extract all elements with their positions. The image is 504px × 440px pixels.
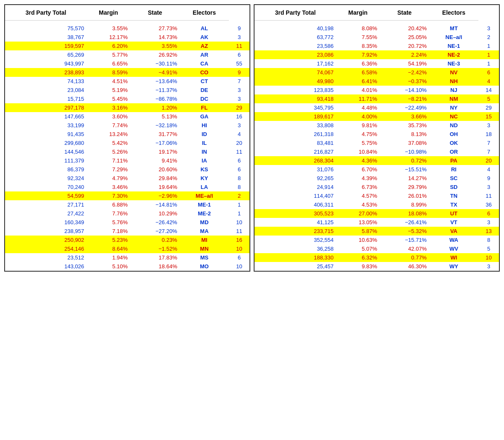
party-total-pct: 8.59% <box>87 68 130 77</box>
party-total-num: 345,795 <box>255 103 336 112</box>
party-total-pct: 7.11% <box>87 156 130 165</box>
electors: 10 <box>229 218 249 227</box>
table-row: 83,4815.75%37.08%OK7 <box>255 139 499 147</box>
party-total-num: 268,304 <box>255 156 336 165</box>
margin-pct: 25.05% <box>380 33 429 42</box>
party-total-pct: 6.73% <box>336 183 380 191</box>
margin-pct: 14.27% <box>380 174 429 183</box>
electors: 6 <box>478 209 499 218</box>
table-row: 143,0265.10%18.64%MO10 <box>5 262 249 271</box>
margin-pct: −15.71% <box>380 236 429 244</box>
state-abbr: ME–a/l <box>180 191 229 200</box>
state-abbr: AL <box>180 24 229 33</box>
margin-pct: 26.01% <box>380 191 429 200</box>
column-header-2: State <box>130 5 180 21</box>
table-row: 93,41811.71%−8.21%NM5 <box>255 94 499 103</box>
party-total-num: 23,512 <box>5 253 87 262</box>
state-abbr: MI <box>180 236 229 244</box>
state-abbr: UT <box>429 209 478 218</box>
page-container: 3rd Party TotalMarginStateElectors75,570… <box>4 4 500 272</box>
electors: 2 <box>229 191 249 200</box>
state-abbr: KY <box>180 174 229 183</box>
party-total-pct: 5.87% <box>336 227 380 236</box>
column-header-3: Electors <box>429 5 478 21</box>
party-total-num: 49,980 <box>255 77 336 86</box>
party-total-pct: 4.57% <box>336 191 380 200</box>
margin-pct: 8.13% <box>380 130 429 139</box>
party-total-num: 86,379 <box>5 165 87 174</box>
party-total-pct: 3.55% <box>87 24 130 33</box>
table-row: 159,5976.20%3.55%AZ11 <box>5 42 249 50</box>
margin-pct: 35.73% <box>380 121 429 130</box>
party-total-pct: 11.71% <box>336 94 380 103</box>
electors: 3 <box>478 262 499 271</box>
party-total-num: 40,198 <box>255 24 336 33</box>
state-abbr: NY <box>429 103 478 112</box>
party-total-pct: 13.24% <box>87 130 130 139</box>
table-row: 86,3797.29%20.60%KS6 <box>5 165 249 174</box>
party-total-pct: 9.83% <box>336 262 380 271</box>
table-row: 268,3044.36%0.72%PA20 <box>255 156 499 165</box>
party-total-pct: 4.48% <box>336 103 380 112</box>
margin-pct: −15.51% <box>380 165 429 174</box>
party-total-num: 92,324 <box>5 174 87 183</box>
party-total-pct: 7.18% <box>87 227 130 236</box>
table-row: 261,3184.75%8.13%OH18 <box>255 130 499 139</box>
party-total-pct: 7.55% <box>336 33 380 42</box>
electors: 1 <box>478 50 499 59</box>
party-total-num: 238,893 <box>5 68 87 77</box>
party-total-pct: 4.01% <box>336 86 380 94</box>
table-row: 91,43513.24%31.77%ID4 <box>5 130 249 139</box>
party-total-pct: 10.63% <box>336 236 380 244</box>
electors: 9 <box>229 24 249 33</box>
margin-pct: −11.37% <box>130 86 180 94</box>
margin-pct: 29.79% <box>380 183 429 191</box>
margin-pct: 14.73% <box>130 33 180 42</box>
right-table: 3rd Party TotalMarginStateElectors40,198… <box>254 4 500 272</box>
electors: 3 <box>229 33 249 42</box>
state-abbr: NH <box>429 77 478 86</box>
state-abbr: AZ <box>180 42 229 50</box>
margin-pct: −4.91% <box>130 68 180 77</box>
table-row: 24,9146.73%29.79%SD3 <box>255 183 499 191</box>
state-abbr: DE <box>180 86 229 94</box>
party-total-pct: 4.53% <box>336 200 380 209</box>
electors: 11 <box>229 227 249 236</box>
state-abbr: ID <box>180 130 229 139</box>
table-row: 160,3495.76%−26.42%MD10 <box>5 218 249 227</box>
party-total-pct: 6.20% <box>87 42 130 50</box>
table-row: 250,9025.23%0.23%MI16 <box>5 236 249 244</box>
margin-pct: −86.78% <box>130 94 180 103</box>
margin-pct: −13.64% <box>130 77 180 86</box>
column-header-0: 3rd Party Total <box>5 5 87 21</box>
electors: 3 <box>229 121 249 130</box>
electors: 7 <box>229 77 249 86</box>
column-header-2: State <box>380 5 429 21</box>
state-abbr: SC <box>429 174 478 183</box>
electors: 3 <box>229 94 249 103</box>
margin-pct: 19.64% <box>130 183 180 191</box>
electors: 1 <box>478 59 499 68</box>
margin-pct: −14.81% <box>130 200 180 209</box>
party-total-num: 74,133 <box>5 77 87 86</box>
party-total-pct: 5.77% <box>87 50 130 59</box>
table-row: 23,5868.35%20.72%NE-11 <box>255 42 499 50</box>
party-total-pct: 5.07% <box>336 244 380 253</box>
margin-pct: −27.20% <box>130 227 180 236</box>
party-total-pct: 5.45% <box>87 94 130 103</box>
party-total-num: 233,715 <box>255 227 336 236</box>
state-abbr: CA <box>180 59 229 68</box>
party-total-pct: 5.19% <box>87 86 130 94</box>
electors: 55 <box>229 59 249 68</box>
table-row: 25,4579.83%46.30%WY3 <box>255 262 499 271</box>
party-total-num: 188,330 <box>255 253 336 262</box>
margin-pct: 20.72% <box>380 42 429 50</box>
table-row: 41,12513.05%−26.41%VT3 <box>255 218 499 227</box>
margin-pct: −2.96% <box>130 191 180 200</box>
table-row: 297,1783.16%1.20%FL29 <box>5 103 249 112</box>
electors: 8 <box>478 236 499 244</box>
party-total-num: 943,997 <box>5 59 87 68</box>
electors: 11 <box>229 147 249 156</box>
state-abbr: AR <box>180 50 229 59</box>
table-row: 74,1334.51%−13.64%CT7 <box>5 77 249 86</box>
